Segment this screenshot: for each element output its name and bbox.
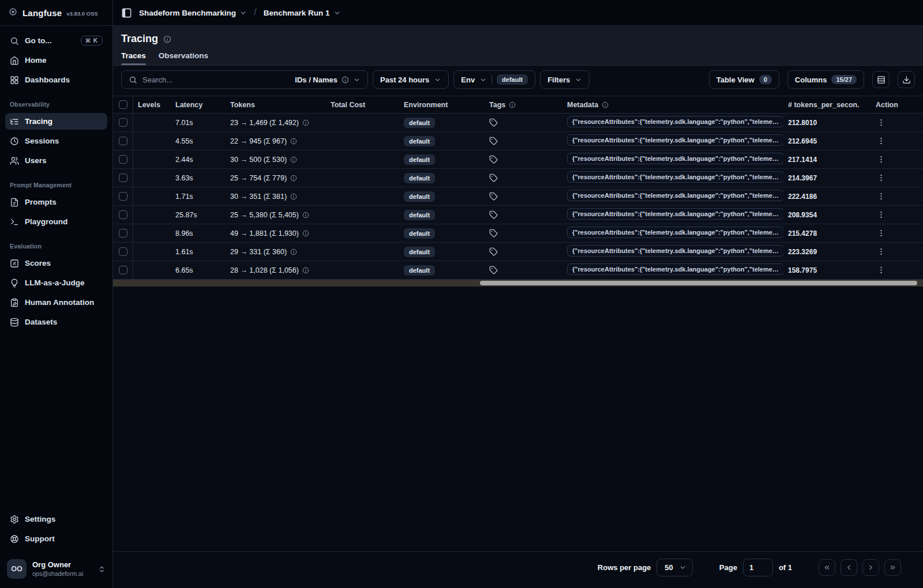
row-checkbox[interactable]	[119, 266, 127, 274]
search-input-group[interactable]: IDs / Names	[121, 70, 368, 89]
row-actions-button[interactable]	[876, 265, 887, 276]
table-row[interactable]: 3.63s 25 → 754 (Σ 779) default {"resourc…	[113, 169, 923, 187]
sidebar-item-dashboards[interactable]: Dashboards	[5, 71, 107, 88]
sidebar-item-settings[interactable]: Settings	[5, 511, 107, 527]
add-tag-button[interactable]	[489, 229, 498, 238]
add-tag-button[interactable]	[489, 137, 498, 145]
select-all-checkbox[interactable]	[119, 100, 127, 109]
row-checkbox[interactable]	[119, 174, 127, 182]
metadata-chip[interactable]: {"resourceAttributes":{"telemetry.sdk.la…	[567, 153, 783, 164]
sidebar-item-scores[interactable]: Scores	[5, 255, 107, 272]
tags-cell	[485, 247, 562, 256]
first-page-button[interactable]	[819, 559, 835, 576]
metadata-chip[interactable]: {"resourceAttributes":{"telemetry.sdk.la…	[567, 171, 783, 183]
table-row[interactable]: 1.61s 29 → 331 (Σ 360) default {"resourc…	[113, 243, 923, 261]
topbar: Shadeform Benchmarking / Benchmark Run 1	[113, 0, 923, 26]
export-button[interactable]	[898, 71, 915, 88]
action-cell	[860, 265, 923, 276]
table-row[interactable]: 2.44s 30 → 500 (Σ 530) default {"resourc…	[113, 150, 923, 169]
row-checkbox[interactable]	[119, 192, 127, 201]
table-row[interactable]: 1.71s 30 → 351 (Σ 381) default {"resourc…	[113, 187, 923, 206]
metadata-chip[interactable]: {"resourceAttributes":{"telemetry.sdk.la…	[567, 245, 783, 257]
square-percent-icon	[10, 259, 19, 268]
search-input[interactable]	[142, 76, 290, 84]
sidebar-item-users[interactable]: Users	[5, 152, 107, 169]
time-range-button[interactable]: Past 24 hours	[373, 70, 449, 89]
sidebar-item-sessions[interactable]: Sessions	[5, 133, 107, 149]
row-checkbox[interactable]	[119, 155, 127, 164]
rows-per-page-label: Rows per page	[598, 563, 651, 572]
goto-button[interactable]: Go to... ⌘ K	[5, 32, 107, 49]
table-row[interactable]: 4.55s 22 → 945 (Σ 967) default {"resourc…	[113, 132, 923, 150]
add-tag-button[interactable]	[489, 174, 498, 182]
table-row[interactable]: 6.65s 28 → 1,028 (Σ 1,056) default {"res…	[113, 261, 923, 280]
row-actions-button[interactable]	[876, 209, 887, 220]
sidebar-item-tracing[interactable]: Tracing	[5, 113, 107, 130]
lightbulb-icon	[10, 278, 19, 288]
tokens-per-second-cell: 217.1414	[783, 156, 860, 164]
metadata-chip[interactable]: {"resourceAttributes":{"telemetry.sdk.la…	[567, 116, 783, 127]
filters-button[interactable]: Filters	[540, 70, 590, 89]
table-row[interactable]: 25.87s 25 → 5,380 (Σ 5,405) default {"re…	[113, 206, 923, 224]
columns-button[interactable]: Columns 15/27	[787, 70, 864, 89]
chevron-left-icon	[845, 564, 853, 571]
row-actions-button[interactable]	[876, 154, 887, 165]
row-checkbox[interactable]	[119, 118, 127, 127]
row-actions-button[interactable]	[876, 172, 887, 183]
add-tag-button[interactable]	[489, 192, 498, 201]
row-actions-button[interactable]	[876, 191, 887, 202]
table-row[interactable]: 7.01s 23 → 1,469 (Σ 1,492) default {"res…	[113, 114, 923, 132]
previous-page-button[interactable]	[841, 559, 857, 576]
sidebar-item-datasets[interactable]: Datasets	[5, 314, 107, 330]
table-view-button[interactable]: Table View 0	[709, 70, 779, 89]
row-checkbox[interactable]	[119, 229, 127, 238]
metadata-chip[interactable]: {"resourceAttributes":{"telemetry.sdk.la…	[567, 134, 783, 146]
sidebar-item-human-annotation[interactable]: Human Annotation	[5, 294, 107, 311]
page-number-input[interactable]	[743, 559, 773, 576]
row-checkbox[interactable]	[119, 247, 127, 256]
header-total-cost: Total Cost	[326, 101, 399, 109]
metadata-chip[interactable]: {"resourceAttributes":{"telemetry.sdk.la…	[567, 190, 783, 201]
add-tag-button[interactable]	[489, 118, 498, 127]
rows-per-page-select[interactable]: 50	[656, 559, 692, 576]
sidebar-item-llm-as-a-judge[interactable]: LLM-as-a-Judge	[5, 274, 107, 291]
sidebar-item-prompts[interactable]: Prompts	[5, 194, 107, 210]
add-tag-button[interactable]	[489, 210, 498, 219]
info-icon	[302, 212, 309, 218]
tab-observations[interactable]: Observations	[159, 51, 208, 65]
horizontal-scrollbar[interactable]	[113, 280, 923, 287]
run-selector[interactable]: Benchmark Run 1	[264, 9, 341, 17]
add-tag-button[interactable]	[489, 247, 498, 256]
kebab-menu-icon	[877, 118, 886, 127]
metadata-chip[interactable]: {"resourceAttributes":{"telemetry.sdk.la…	[567, 208, 783, 220]
row-actions-button[interactable]	[876, 117, 887, 128]
tab-traces[interactable]: Traces	[121, 51, 146, 65]
row-height-button[interactable]	[872, 71, 890, 88]
next-page-button[interactable]	[862, 559, 879, 576]
last-page-button[interactable]	[884, 559, 901, 576]
sidebar-item-home[interactable]: Home	[5, 52, 107, 69]
row-actions-button[interactable]	[876, 246, 887, 257]
env-filter-button[interactable]: Env default	[453, 70, 535, 89]
add-tag-button[interactable]	[489, 266, 498, 274]
horizontal-scrollbar-thumb[interactable]	[480, 281, 917, 285]
search-type-dropdown[interactable]: IDs / Names	[295, 76, 361, 84]
row-actions-button[interactable]	[876, 228, 887, 239]
metadata-chip[interactable]: {"resourceAttributes":{"telemetry.sdk.la…	[567, 227, 783, 238]
account-menu[interactable]: OO Org Owner ops@shadeform.ai	[0, 553, 112, 588]
chevrons-left-icon	[823, 564, 831, 571]
add-tag-button[interactable]	[489, 155, 498, 164]
row-actions-button[interactable]	[876, 135, 887, 146]
tokens-per-second-cell: 222.4186	[783, 193, 860, 201]
env-value-badge: default	[497, 74, 528, 85]
project-selector[interactable]: Shadeform Benchmarking	[139, 9, 247, 17]
row-checkbox[interactable]	[119, 137, 127, 145]
latency-cell: 7.01s	[171, 119, 226, 127]
metadata-cell: {"resourceAttributes":{"telemetry.sdk.la…	[562, 245, 783, 258]
sidebar-item-support[interactable]: Support	[5, 530, 107, 547]
sidebar-item-playground[interactable]: Playground	[5, 213, 107, 230]
table-row[interactable]: 8.96s 49 → 1,881 (Σ 1,930) default {"res…	[113, 224, 923, 243]
sidebar-toggle-button[interactable]	[121, 7, 132, 18]
metadata-chip[interactable]: {"resourceAttributes":{"telemetry.sdk.la…	[567, 263, 783, 275]
row-checkbox[interactable]	[119, 210, 127, 219]
